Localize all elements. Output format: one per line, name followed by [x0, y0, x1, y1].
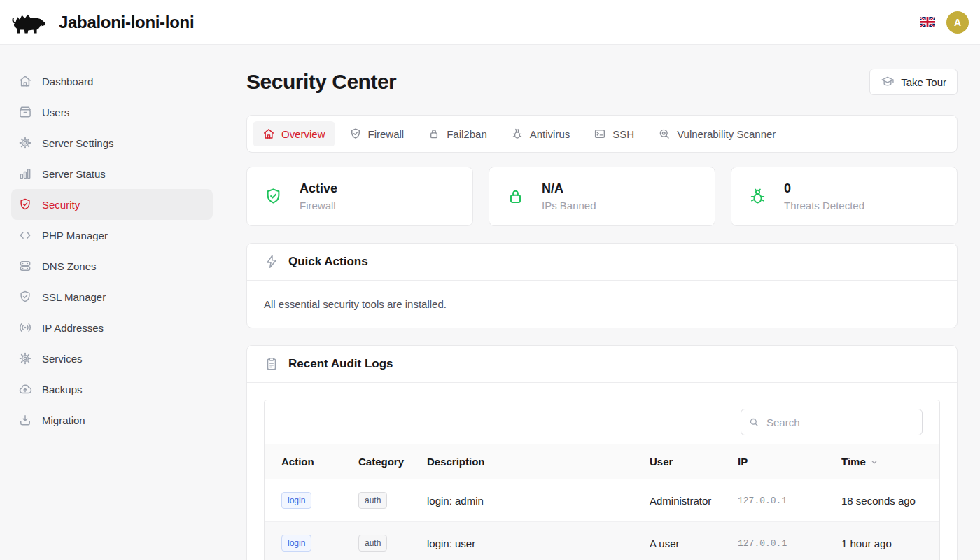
tab-label: Fail2ban	[447, 128, 487, 140]
uk-flag-icon	[920, 17, 935, 27]
broadcast-icon	[18, 321, 32, 335]
audit-table: Action Category Description User IP Time	[265, 444, 939, 560]
sidebar-item-label: Backups	[42, 384, 83, 396]
tab-ssh[interactable]: SSH	[584, 121, 644, 146]
audit-table-widget: Action Category Description User IP Time	[264, 400, 940, 560]
page-header: Security Center Take Tour	[246, 69, 958, 95]
audit-search-row	[265, 400, 939, 444]
search-input[interactable]	[741, 409, 923, 435]
archive-icon	[18, 105, 32, 119]
home-icon	[262, 127, 275, 140]
audit-logs-card: Recent Audit Logs	[246, 345, 958, 560]
tab-fail2ban[interactable]: Fail2ban	[418, 121, 497, 146]
search-box	[741, 409, 923, 435]
take-tour-button[interactable]: Take Tour	[869, 69, 958, 95]
home-icon	[18, 74, 32, 88]
sidebar-item-label: Server Status	[42, 168, 106, 180]
tab-label: Firewall	[368, 128, 405, 140]
sidebar-item-server-settings[interactable]: Server Settings	[11, 127, 213, 158]
tab-vulnerability-scanner[interactable]: Vulnerability Scanner	[648, 121, 785, 146]
sidebar-item-label: Migration	[42, 414, 85, 426]
security-tabs: Overview Firewall Fail2ban Antivirus SSH…	[246, 115, 958, 153]
sidebar-item-label: IP Addresses	[42, 322, 104, 334]
code-icon	[18, 228, 32, 242]
sidebar-item-label: DNS Zones	[42, 260, 97, 272]
description-cell: login: admin	[410, 479, 633, 522]
sidebar-item-security[interactable]: Security	[11, 189, 213, 220]
status-cards: Active Firewall N/A IPs Banned 0 Threats…	[246, 167, 958, 226]
sidebar-item-migration[interactable]: Migration	[11, 405, 213, 435]
tab-label: SSH	[612, 128, 634, 140]
sidebar-item-ip-addresses[interactable]: IP Addresses	[11, 312, 213, 343]
shield-check-icon	[264, 187, 283, 206]
sidebar-item-label: Users	[42, 106, 69, 118]
status-value: Active	[300, 181, 337, 196]
language-switcher[interactable]	[920, 17, 935, 27]
sidebar-item-services[interactable]: Services	[11, 343, 213, 374]
sidebar-item-ssl-manager[interactable]: SSL Manager	[11, 281, 213, 312]
column-header-time[interactable]: Time	[825, 444, 939, 479]
time-cell: 18 seconds ago	[825, 479, 939, 522]
shield-check-icon	[18, 290, 32, 304]
main-content: Security Center Take Tour Overview Firew…	[224, 45, 980, 560]
audit-logs-body: Action Category Description User IP Time	[247, 383, 957, 560]
sidebar-item-server-status[interactable]: Server Status	[11, 158, 213, 189]
action-badge: login	[281, 535, 312, 552]
search-icon	[748, 416, 760, 428]
status-card-firewall: Active Firewall	[246, 167, 473, 226]
sidebar-item-dns-zones[interactable]: DNS Zones	[11, 251, 213, 281]
sidebar-item-label: Dashboard	[42, 76, 93, 88]
status-card-ips-banned: N/A IPs Banned	[489, 167, 715, 226]
bug-icon	[511, 127, 524, 140]
top-bar: Jabaloni-loni-loni A	[0, 0, 980, 45]
column-header-ip[interactable]: IP	[721, 444, 825, 479]
gear-icon	[18, 136, 32, 150]
page-title: Security Center	[246, 70, 396, 94]
status-label: IPs Banned	[542, 199, 596, 212]
tab-firewall[interactable]: Firewall	[340, 121, 414, 146]
user-avatar[interactable]: A	[946, 11, 969, 34]
category-badge: auth	[358, 492, 387, 509]
quick-actions-message: All essential security tools are install…	[247, 281, 957, 328]
audit-logs-title: Recent Audit Logs	[288, 357, 393, 371]
sidebar-item-label: SSL Manager	[42, 291, 106, 303]
description-cell: login: user	[410, 522, 633, 560]
quick-actions-header: Quick Actions	[247, 244, 957, 281]
bar-chart-icon	[18, 167, 32, 181]
scan-icon	[658, 127, 671, 140]
status-card-text: Active Firewall	[300, 181, 337, 212]
status-label: Threats Detected	[784, 199, 864, 212]
terminal-icon	[594, 127, 606, 140]
tab-label: Antivirus	[530, 128, 570, 140]
app-title: Jabaloni-loni-loni	[59, 13, 194, 32]
audit-logs-header: Recent Audit Logs	[247, 346, 957, 383]
table-row[interactable]: login auth login: admin Administrator 12…	[265, 479, 939, 522]
column-header-user[interactable]: User	[633, 444, 721, 479]
quick-actions-card: Quick Actions All essential security too…	[246, 243, 958, 328]
status-value: 0	[784, 181, 864, 196]
sidebar-item-backups[interactable]: Backups	[11, 374, 213, 405]
sidebar-item-php-manager[interactable]: PHP Manager	[11, 220, 213, 251]
sidebar-item-users[interactable]: Users	[11, 97, 213, 127]
status-label: Firewall	[300, 199, 337, 212]
tab-overview[interactable]: Overview	[253, 121, 335, 146]
tab-label: Vulnerability Scanner	[677, 128, 776, 140]
sidebar-item-label: Security	[42, 199, 80, 211]
gear-icon	[18, 351, 32, 365]
lock-icon	[506, 187, 525, 206]
tab-antivirus[interactable]: Antivirus	[501, 121, 580, 146]
boar-logo-icon	[11, 10, 48, 35]
status-value: N/A	[542, 181, 596, 196]
sidebar-item-dashboard[interactable]: Dashboard	[11, 66, 213, 97]
sidebar-item-label: Server Settings	[42, 137, 114, 149]
column-header-description[interactable]: Description	[410, 444, 633, 479]
sidebar-item-label: Services	[42, 353, 83, 365]
shield-check-icon	[349, 127, 362, 140]
table-row[interactable]: login auth login: user A user 127.0.0.1 …	[265, 522, 939, 560]
cloud-upload-icon	[18, 382, 32, 396]
take-tour-label: Take Tour	[901, 76, 946, 88]
column-header-category[interactable]: Category	[342, 444, 410, 479]
column-header-action[interactable]: Action	[265, 444, 342, 479]
lock-icon	[428, 127, 440, 140]
clipboard-icon	[264, 356, 279, 372]
